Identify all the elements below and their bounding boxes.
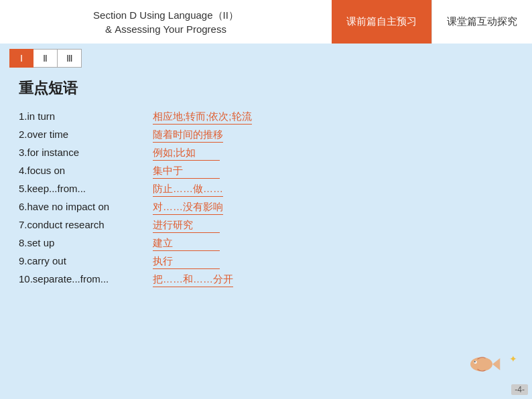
vocab-translation-4: 集中于 [153, 165, 220, 179]
header-title: Section D Using Language（II） & Assessing… [0, 0, 332, 44]
tab-1[interactable]: Ⅰ [9, 49, 34, 68]
vocab-translation-7: 进行研究 [153, 219, 220, 233]
vocab-phrase-3: 3.for instance [19, 147, 153, 158]
vocab-row-6: 6.have no impact on对……没有影响 [19, 201, 513, 215]
vocab-translation-9: 执行 [153, 255, 220, 269]
tab-2[interactable]: Ⅱ [34, 49, 58, 68]
vocab-translation-1: 相应地;转而;依次;轮流 [153, 110, 252, 125]
tab-bar: Ⅰ Ⅱ Ⅲ [0, 44, 532, 68]
vocab-translation-10: 把……和……分开 [153, 273, 233, 287]
svg-marker-1 [492, 358, 500, 370]
btn-preview[interactable]: 课前篇自主预习 [332, 0, 431, 44]
header-title-line2: & Assessing Your Progress [105, 23, 226, 35]
vocab-phrase-8: 8.set up [19, 237, 153, 248]
vocab-translation-8: 建立 [153, 237, 220, 251]
vocab-row-10: 10.separate...from...把……和……分开 [19, 273, 513, 287]
vocab-phrase-1: 1.in turn [19, 110, 153, 122]
vocab-phrase-10: 10.separate...from... [19, 273, 153, 285]
vocab-row-5: 5.keep...from...防止……做…… [19, 183, 513, 197]
svg-point-3 [474, 361, 476, 362]
header: Section D Using Language（II） & Assessing… [0, 0, 532, 44]
fish-icon [462, 348, 503, 380]
svg-point-0 [470, 357, 492, 372]
page-number: -4- [511, 384, 528, 395]
vocab-translation-3: 例如;比如 [153, 147, 220, 161]
vocab-phrase-5: 5.keep...from... [19, 183, 153, 194]
vocab-phrase-6: 6.have no impact on [19, 201, 153, 212]
vocab-phrase-7: 7.conduct research [19, 219, 153, 230]
vocab-row-9: 9.carry out执行 [19, 255, 513, 269]
tab-3[interactable]: Ⅲ [58, 49, 82, 68]
vocab-row-4: 4.focus on集中于 [19, 165, 513, 179]
section-title: 重点短语 [19, 78, 513, 98]
header-title-line1: Section D Using Language（II） [93, 9, 239, 21]
vocab-row-8: 8.set up建立 [19, 237, 513, 251]
vocab-translation-5: 防止……做…… [153, 183, 223, 197]
vocab-row-2: 2.over time随着时间的推移 [19, 129, 513, 143]
vocab-phrase-9: 9.carry out [19, 255, 153, 266]
vocab-row-1: 1.in turn相应地;转而;依次;轮流 [19, 110, 513, 125]
star-decoration: ✦ [509, 353, 517, 364]
vocab-phrase-2: 2.over time [19, 129, 153, 140]
vocab-translation-2: 随着时间的推移 [153, 129, 223, 143]
vocab-list: 1.in turn相应地;转而;依次;轮流2.over time随着时间的推移3… [19, 110, 513, 287]
vocab-phrase-4: 4.focus on [19, 165, 153, 176]
vocab-row-3: 3.for instance例如;比如 [19, 147, 513, 161]
vocab-row-7: 7.conduct research进行研究 [19, 219, 513, 233]
main-content: 重点短语 1.in turn相应地;转而;依次;轮流2.over time随着时… [0, 68, 532, 294]
vocab-translation-6: 对……没有影响 [153, 201, 223, 215]
btn-explore[interactable]: 课堂篇互动探究 [431, 0, 532, 44]
